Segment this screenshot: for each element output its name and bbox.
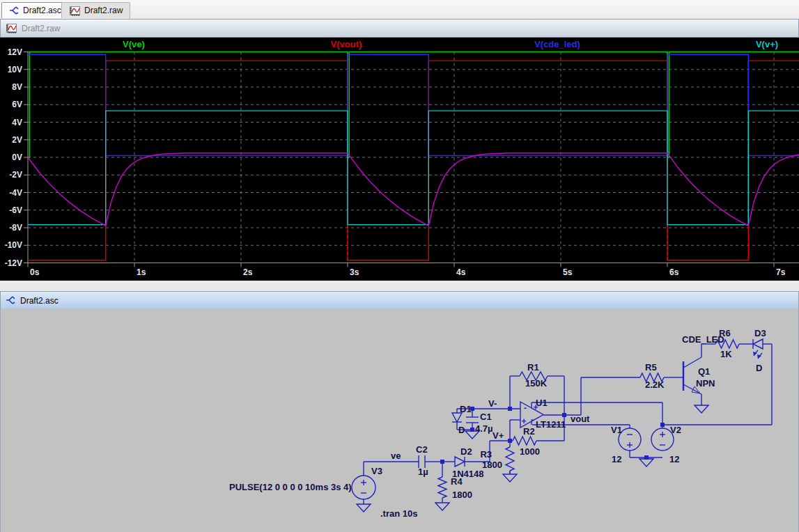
trace-unlabeled — [28, 153, 799, 226]
y-tick-label: -12V — [5, 258, 22, 268]
schematic-window-title: Draft2.asc — [20, 296, 59, 306]
x-tick-label: 0s — [30, 267, 40, 277]
schematic-label-r6[interactable]: R6 — [719, 328, 731, 338]
y-tick-label: 10V — [8, 65, 22, 75]
y-tick-label: 12V — [8, 47, 22, 57]
schematic-label-r4_value[interactable]: 1800 — [452, 490, 472, 500]
schematic-label-r4[interactable]: R4 — [451, 476, 463, 487]
schematic-label-d1_value[interactable]: D — [458, 425, 465, 435]
y-tick-label: 0V — [12, 152, 22, 162]
schematic-label-tran[interactable]: .tran 10s — [380, 508, 417, 519]
waveform-file-icon — [6, 23, 17, 33]
waveform-plot: 12V10V8V6V4V2V0V-2V-4V-6V-8V-10V-12V0s1s… — [0, 38, 799, 281]
trace-V(vout) — [28, 61, 799, 260]
schematic-label-r3[interactable]: R3 — [480, 449, 492, 460]
tab-draft2-raw[interactable]: Draft2.raw — [61, 2, 130, 18]
schematic-label-v3_value[interactable]: PULSE(12 0 0 0 0 10ms 3s 4) — [229, 482, 352, 492]
schematic-file-icon — [9, 6, 20, 16]
schematic-label-u1_value[interactable]: LT1211 — [536, 419, 566, 430]
y-tick-label: -10V — [5, 240, 22, 250]
schematic-canvas[interactable]: -++-V3PULSE(12 0 0 0 0 10ms 3s 4).tran 1… — [0, 308, 799, 532]
x-tick-label: 3s — [350, 267, 359, 277]
schematic-label-r2[interactable]: R2 — [523, 426, 535, 437]
trace-legend-label[interactable]: V(vout) — [331, 39, 362, 49]
schematic-label-r2_value[interactable]: 1000 — [520, 446, 540, 457]
schematic-label-d3[interactable]: D3 — [754, 328, 766, 338]
waveform-window: Draft2.raw 12V10V8V6V4V2V0V-2V-4V-6V-8V-… — [0, 19, 799, 281]
trace-legend-label[interactable]: V(ve) — [123, 39, 145, 49]
mdi-client-gap — [0, 281, 799, 291]
y-tick-label: -6V — [9, 205, 22, 215]
schematic-wires[interactable] — [364, 344, 772, 504]
schematic-label-r1_value[interactable]: 150K — [525, 378, 548, 389]
x-tick-label: 1s — [137, 267, 146, 277]
schematic-label-r5_value[interactable]: 2.2K — [645, 380, 665, 390]
y-tick-label: 2V — [12, 135, 22, 145]
schematic-label-net_ve[interactable]: ve — [391, 451, 401, 461]
y-tick-label: 8V — [12, 82, 22, 92]
schematic-file-icon — [6, 295, 16, 306]
schematic-label-v2_value[interactable]: 12 — [669, 454, 679, 464]
y-tick-label: 4V — [12, 118, 22, 127]
y-tick-label: -4V — [9, 188, 22, 198]
schematic-label-c2_value[interactable]: 1µ — [418, 467, 428, 477]
schematic-label-u1[interactable]: U1 — [536, 398, 548, 408]
x-tick-label: 4s — [456, 267, 466, 277]
svg-text:+: + — [521, 416, 526, 426]
x-tick-label: 5s — [563, 267, 573, 277]
x-tick-label: 2s — [243, 267, 253, 277]
svg-text:-: - — [531, 415, 534, 425]
x-tick-label: 7s — [776, 267, 786, 277]
schematic-label-q1_value[interactable]: NPN — [696, 378, 715, 389]
trace-legend-label[interactable]: V(v+) — [756, 39, 778, 49]
schematic-label-q1[interactable]: Q1 — [698, 366, 710, 377]
schematic-label-d1[interactable]: D1 — [460, 404, 472, 414]
schematic-label-d3_value[interactable]: D — [756, 363, 762, 373]
tab-label: Draft2.asc — [23, 6, 61, 15]
y-tick-label: 6V — [12, 100, 22, 109]
schematic-label-v2[interactable]: V2 — [670, 425, 681, 435]
axis-tick-labels: 12V10V8V6V4V2V0V-2V-4V-6V-8V-10V-12V0s1s… — [5, 47, 786, 277]
trace-V(v+) — [28, 111, 799, 225]
tab-draft2-asc[interactable]: Draft2.asc — [1, 2, 69, 18]
schematic-label-c2[interactable]: C2 — [416, 444, 428, 455]
schematic-label-r3_value[interactable]: 1800 — [482, 460, 502, 470]
schematic-label-c1[interactable]: C1 — [480, 412, 492, 422]
schematic-label-v3[interactable]: V3 — [371, 466, 382, 476]
schematic-label-c1_value[interactable]: 4.7µ — [475, 423, 493, 434]
schematic-label-net_vplus[interactable]: V+ — [492, 430, 504, 441]
schematic-label-net_cde_led[interactable]: CDE_LED — [682, 334, 724, 345]
schematic-drawing: -++-V3PULSE(12 0 0 0 0 10ms 3s 4).tran 1… — [1, 308, 798, 532]
schematic-window-titlebar[interactable]: Draft2.asc — [0, 291, 799, 310]
schematic-window: Draft2.asc -++-V3PULSE(12 0 0 0 0 10ms 3… — [0, 291, 799, 532]
waveform-window-title: Draft2.raw — [22, 24, 60, 33]
schematic-labels: V3PULSE(12 0 0 0 0 10ms 3s 4).tran 10sve… — [229, 328, 766, 519]
schematic-label-net_vminus[interactable]: V- — [488, 398, 497, 409]
y-tick-label: -8V — [9, 223, 22, 233]
schematic-label-v1[interactable]: V1 — [611, 425, 622, 435]
x-tick-label: 6s — [669, 267, 679, 277]
schematic-label-v1_value[interactable]: 12 — [612, 454, 621, 464]
schematic-label-d2[interactable]: D2 — [460, 446, 472, 457]
waveform-file-icon — [69, 6, 81, 16]
schematic-label-r5[interactable]: R5 — [645, 362, 657, 373]
trace-legend-label[interactable]: V(cde_led) — [534, 39, 580, 49]
y-tick-label: -2V — [9, 170, 22, 180]
schematic-label-r6_value[interactable]: 1K — [720, 349, 732, 359]
schematic-label-r1[interactable]: R1 — [527, 362, 539, 373]
svg-text:-: - — [524, 403, 527, 413]
schematic-label-net_vout[interactable]: vout — [571, 414, 590, 424]
tab-label: Draft2.raw — [84, 6, 123, 15]
waveform-window-titlebar[interactable]: Draft2.raw — [0, 19, 799, 38]
document-tab-bar: Draft2.asc Draft2.raw — [0, 0, 799, 19]
waveform-plot-area[interactable]: 12V10V8V6V4V2V0V-2V-4V-6V-8V-10V-12V0s1s… — [0, 38, 799, 281]
